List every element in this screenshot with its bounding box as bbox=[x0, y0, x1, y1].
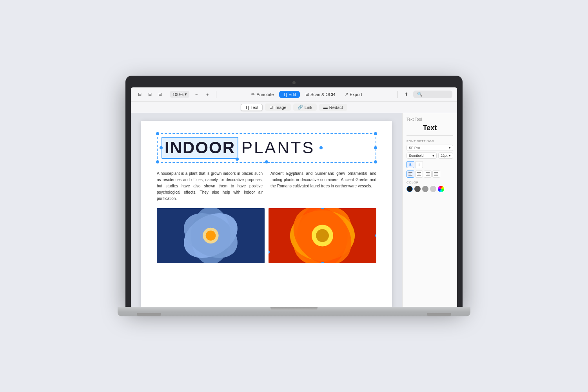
export-icon: ↗ bbox=[345, 92, 348, 97]
align-justify-btn[interactable] bbox=[432, 171, 440, 178]
red-flower-bg bbox=[269, 208, 376, 263]
color-label: COLOR bbox=[407, 181, 453, 184]
text-sub-icon: T| bbox=[245, 105, 249, 110]
bold-icon: B bbox=[409, 163, 412, 167]
col1-text: A houseplant is a plant that is grown in… bbox=[157, 171, 263, 201]
svg-rect-27 bbox=[427, 174, 430, 174]
sub-toolbar: T| Text ⊡ Image 🔗 Link ▬ Redact bbox=[131, 102, 457, 113]
search-box[interactable]: 🔍 bbox=[413, 91, 452, 98]
selection-handle-tr bbox=[374, 132, 377, 135]
svg-rect-21 bbox=[408, 174, 411, 174]
edit-label: Edit bbox=[289, 92, 296, 97]
toolbar-right: ⬆ 🔍 bbox=[402, 91, 452, 98]
right-panel: Text Tool Text FONT SETTINGS SF Pro ▾ Se… bbox=[402, 113, 457, 307]
selection-handle-rm bbox=[374, 146, 377, 149]
font-size-value: 22pt bbox=[441, 154, 448, 158]
color-swatch-black[interactable] bbox=[407, 186, 413, 192]
svg-point-8 bbox=[206, 230, 216, 241]
title-row: INDOOR PLANTS bbox=[162, 137, 372, 159]
color-swatch-spectrum[interactable] bbox=[438, 186, 444, 192]
laptop-device: ⊟ ⊞ ⊟ 100% ▾ − + ✏ Annotate bbox=[118, 76, 470, 316]
svg-rect-23 bbox=[417, 172, 421, 173]
font-family-row: SF Pro ▾ bbox=[407, 145, 453, 151]
indoor-handle-left bbox=[160, 146, 163, 149]
annotate-icon: ✏ bbox=[251, 92, 255, 97]
italic-btn[interactable]: I bbox=[415, 161, 423, 168]
redact-sub-btn[interactable]: ▬ Redact bbox=[319, 104, 347, 111]
laptop-foot-left bbox=[137, 313, 161, 316]
font-family-chevron: ▾ bbox=[449, 146, 451, 150]
color-swatches bbox=[407, 186, 453, 192]
title-right-handle bbox=[319, 146, 323, 149]
text-col-2: Ancient Egyptians and Sumerians grew orn… bbox=[270, 171, 376, 202]
font-style-select[interactable]: Semibold ▾ bbox=[407, 152, 437, 159]
indoor-selected-box: INDOOR bbox=[162, 137, 238, 159]
align-left-btn[interactable] bbox=[407, 171, 414, 178]
svg-rect-22 bbox=[408, 175, 412, 176]
col2-text: Ancient Egyptians and Sumerians grew orn… bbox=[270, 171, 376, 188]
color-swatch-lightgray[interactable] bbox=[430, 186, 436, 192]
scan-ocr-btn[interactable]: ⊞ Scan & OCR bbox=[301, 91, 339, 98]
svg-rect-28 bbox=[426, 175, 430, 176]
list-view-icon[interactable]: ⊟ bbox=[156, 91, 164, 98]
edit-btn[interactable]: T| Edit bbox=[279, 91, 300, 98]
toolbar-left: ⊟ ⊞ ⊟ bbox=[136, 91, 164, 98]
title-selection-box: INDOOR PLANTS bbox=[157, 133, 376, 163]
svg-point-19 bbox=[316, 229, 329, 242]
bold-btn[interactable]: B bbox=[407, 161, 414, 168]
align-center-icon bbox=[417, 172, 421, 176]
search-icon: 🔍 bbox=[417, 92, 423, 97]
separator-2 bbox=[397, 91, 397, 98]
document-page: INDOOR PLANTS bbox=[141, 121, 392, 307]
font-size-chevron: ▾ bbox=[449, 154, 451, 158]
image-sub-icon: ⊡ bbox=[269, 105, 273, 110]
link-sub-label: Link bbox=[305, 105, 312, 110]
selection-handle-bl bbox=[156, 160, 159, 163]
share-icon[interactable]: ⬆ bbox=[402, 91, 410, 98]
svg-rect-20 bbox=[408, 172, 412, 173]
svg-rect-30 bbox=[434, 174, 438, 174]
color-swatch-gray[interactable] bbox=[422, 186, 428, 192]
zoom-plus-btn[interactable]: + bbox=[203, 91, 211, 98]
font-size-input[interactable]: 22pt ▾ bbox=[438, 152, 453, 159]
selection-handle-br bbox=[374, 160, 377, 163]
font-style-value: Semibold bbox=[409, 154, 424, 158]
document-area[interactable]: INDOOR PLANTS bbox=[131, 113, 402, 307]
scan-label: Scan & OCR bbox=[310, 92, 335, 97]
grid-view-icon[interactable]: ⊞ bbox=[146, 91, 154, 98]
zoom-minus-btn[interactable]: − bbox=[192, 91, 200, 98]
link-sub-icon: 🔗 bbox=[298, 105, 303, 110]
image-sub-btn[interactable]: ⊡ Image bbox=[265, 103, 291, 111]
sidebar-toggle-icon[interactable]: ⊟ bbox=[136, 91, 143, 98]
edit-icon: T| bbox=[283, 92, 287, 97]
export-btn[interactable]: ↗ Export bbox=[341, 91, 366, 98]
align-left-icon bbox=[408, 172, 412, 176]
align-justify-icon bbox=[434, 172, 438, 176]
svg-rect-26 bbox=[426, 172, 430, 173]
format-buttons: B I bbox=[407, 161, 453, 168]
zoom-level: 100% bbox=[172, 92, 183, 97]
selection-handle-bm bbox=[265, 160, 268, 163]
panel-tool-label: Text Tool bbox=[407, 117, 453, 122]
svg-rect-24 bbox=[418, 174, 421, 174]
align-right-icon bbox=[426, 172, 430, 176]
text-sub-btn[interactable]: T| Text bbox=[241, 104, 263, 111]
laptop-screen: ⊟ ⊞ ⊟ 100% ▾ − + ✏ Annotate bbox=[131, 87, 457, 307]
align-right-btn[interactable] bbox=[424, 171, 432, 178]
blue-flower-image bbox=[157, 208, 265, 263]
laptop-notch bbox=[270, 307, 318, 310]
align-center-btn[interactable] bbox=[415, 171, 423, 178]
annotate-label: Annotate bbox=[256, 92, 274, 97]
title-plants-text: PLANTS bbox=[238, 138, 318, 157]
color-swatch-darkgray[interactable] bbox=[414, 186, 421, 192]
annotate-btn[interactable]: ✏ Annotate bbox=[247, 91, 278, 98]
text-sub-label: Text bbox=[250, 105, 258, 110]
scan-icon: ⊞ bbox=[305, 92, 309, 97]
blue-flower-bg bbox=[157, 208, 265, 263]
link-sub-btn[interactable]: 🔗 Link bbox=[293, 103, 317, 111]
font-settings-label: FONT SETTINGS bbox=[407, 140, 453, 143]
zoom-chevron: ▾ bbox=[185, 92, 187, 97]
font-family-select[interactable]: SF Pro ▾ bbox=[407, 145, 453, 151]
zoom-control[interactable]: 100% ▾ bbox=[170, 91, 189, 98]
red-flower-image bbox=[269, 208, 376, 263]
